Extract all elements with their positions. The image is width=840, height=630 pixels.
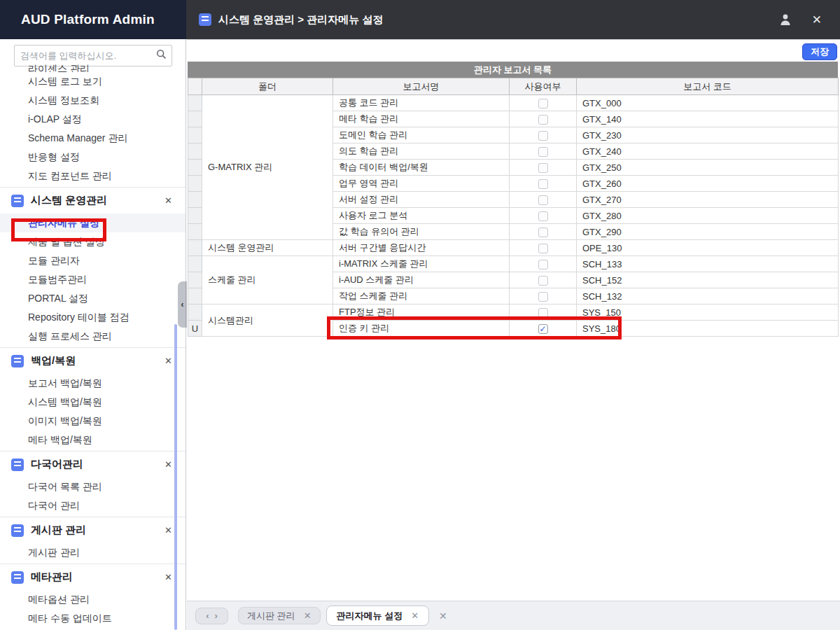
main-panel: 저장 관리자 보고서 목록 폴더 보고서명 사용여부 보고서 코드 G-MATR… — [187, 39, 840, 630]
tab-nav: ‹ › — [195, 608, 228, 624]
sidebar-item[interactable]: 다국어 관리 — [0, 496, 186, 515]
save-button[interactable]: 저장 — [802, 43, 837, 60]
row-marker-cell — [188, 176, 202, 192]
report-name-cell: 메타 학습 관리 — [333, 111, 510, 127]
report-code-cell: SCH_132 — [577, 288, 839, 304]
tab-nav-next-icon[interactable]: › — [215, 610, 218, 621]
app-title-text: AUD Platform Admin — [21, 12, 155, 27]
checkbox-unchecked[interactable] — [538, 276, 548, 286]
enabled-cell — [510, 321, 577, 337]
sidebar-item[interactable]: Repository 테이블 점검 — [0, 308, 186, 327]
sidebar-item-active[interactable]: 관리자메뉴 설정 — [0, 214, 186, 232]
sidebar-item[interactable]: 메타 백업/복원 — [0, 430, 186, 449]
report-name-cell: 의도 학습 관리 — [333, 144, 510, 160]
report-code-cell: GTX_260 — [577, 176, 839, 192]
sidebar-group-header[interactable]: 다국어관리✕ — [0, 451, 186, 477]
doc-icon — [11, 355, 24, 368]
sidebar-group-label: 게시판 관리 — [31, 524, 160, 537]
bottom-tabstrip: ‹ › 게시판 관리✕관리자메뉴 설정✕ ✕ — [187, 601, 840, 630]
sidebar-group-header[interactable]: 백업/복원✕ — [0, 347, 186, 374]
grid-header-report-name: 보고서명 — [333, 78, 510, 95]
checkbox-unchecked[interactable] — [538, 195, 548, 205]
sidebar-scrollbar-thumb[interactable] — [174, 324, 177, 630]
sidebar: 라이센스 관리시스템 로그 보기시스템 정보조회i-OLAP 설정Schema … — [0, 39, 186, 630]
row-marker-cell — [188, 224, 202, 240]
report-name-cell: 업무 영역 관리 — [333, 176, 510, 192]
checkbox-unchecked[interactable] — [538, 147, 548, 157]
user-icon[interactable] — [778, 13, 792, 27]
sidebar-item[interactable]: 실행 프로세스 관리 — [0, 327, 186, 346]
report-code-cell: SYS_180 — [577, 321, 839, 337]
sidebar-item[interactable]: 시스템 백업/복원 — [0, 393, 186, 412]
sidebar-item[interactable]: 모듈 관리자 — [0, 251, 186, 270]
row-marker-cell — [188, 304, 202, 321]
checkbox-unchecked[interactable] — [538, 227, 548, 237]
tabs-holder: 게시판 관리✕관리자메뉴 설정✕ — [238, 606, 435, 626]
report-name-cell: 서버 구간별 응답시간 — [333, 240, 510, 256]
sidebar-item[interactable]: 모듈범주관리 — [0, 270, 186, 289]
table-row[interactable]: 시스템관리FTP정보 관리SYS_150 — [188, 304, 839, 321]
tabstrip-close-icon[interactable]: ✕ — [439, 610, 447, 622]
sidebar-group-header[interactable]: 게시판 관리✕ — [0, 517, 186, 543]
chevron-left-icon: ‹ — [181, 300, 184, 309]
report-name-cell: 도메인 학습 관리 — [333, 127, 510, 144]
sidebar-item[interactable]: PORTAL 설정 — [0, 289, 186, 308]
sidebar-item[interactable]: 시스템 정보조회 — [0, 91, 186, 110]
checkbox-unchecked[interactable] — [538, 211, 548, 221]
row-marker-cell: U — [188, 321, 202, 337]
checkbox-unchecked[interactable] — [538, 292, 548, 302]
sidebar-item[interactable]: 다국어 목록 관리 — [0, 477, 186, 496]
tab-nav-prev-icon[interactable]: ‹ — [206, 610, 209, 621]
checkbox-unchecked[interactable] — [538, 131, 548, 141]
sidebar-item[interactable]: 메타 수동 업데이트 — [0, 609, 186, 628]
report-code-cell: GTX_000 — [577, 95, 839, 111]
checkbox-checked[interactable] — [538, 324, 548, 334]
tab-close-icon[interactable]: ✕ — [304, 610, 312, 621]
checkbox-unchecked[interactable] — [538, 260, 548, 270]
grid-header-enabled: 사용여부 — [510, 78, 577, 95]
row-marker-cell — [188, 240, 202, 256]
table-row[interactable]: 스케줄 관리i-MATRIX 스케줄 관리SCH_133 — [188, 256, 839, 272]
sidebar-item[interactable]: 게시판 관리 — [0, 543, 186, 562]
tab-active[interactable]: 관리자메뉴 설정✕ — [326, 606, 430, 626]
row-marker-cell — [188, 144, 202, 160]
sidebar-item[interactable]: 제품 별 옵션 설정 — [0, 232, 186, 251]
checkbox-unchecked[interactable] — [538, 244, 548, 253]
table-row[interactable]: G-MATRIX 관리공통 코드 관리GTX_000 — [188, 95, 839, 111]
checkbox-unchecked[interactable] — [538, 163, 548, 173]
sidebar-item[interactable]: 반응형 설정 — [0, 148, 186, 167]
checkbox-unchecked[interactable] — [538, 179, 548, 189]
sidebar-collapse-handle[interactable]: ‹ — [178, 281, 187, 328]
folder-cell: 시스템관리 — [202, 304, 333, 337]
row-marker-cell — [188, 256, 202, 272]
sidebar-group-header[interactable]: 메타관리✕ — [0, 564, 186, 590]
sidebar-item[interactable]: 이미지 백업/복원 — [0, 412, 186, 430]
report-code-cell: GTX_280 — [577, 208, 839, 224]
table-row[interactable]: 시스템 운영관리서버 구간별 응답시간OPE_130 — [188, 240, 839, 256]
enabled-cell — [510, 111, 577, 127]
sidebar-item[interactable]: 메타옵션 관리 — [0, 590, 186, 609]
report-code-cell: GTX_240 — [577, 144, 839, 160]
close-icon[interactable]: ✕ — [812, 13, 822, 27]
sidebar-item[interactable]: i-OLAP 설정 — [0, 110, 186, 129]
tab-inactive[interactable]: 게시판 관리✕ — [238, 607, 321, 624]
checkbox-unchecked[interactable] — [538, 99, 548, 108]
tab-close-icon[interactable]: ✕ — [411, 610, 419, 621]
enabled-cell — [510, 272, 577, 288]
sidebar-group-label: 백업/복원 — [31, 354, 160, 368]
row-marker-cell — [188, 192, 202, 208]
sidebar-item[interactable]: 보고서 백업/복원 — [0, 374, 186, 393]
sidebar-item[interactable]: 시스템 로그 보기 — [0, 72, 186, 91]
sidebar-item[interactable]: 지도 컴포넌트 관리 — [0, 167, 186, 186]
row-marker-cell — [188, 111, 202, 127]
sidebar-item[interactable]: Schema Manager 관리 — [0, 129, 186, 148]
report-name-cell: 값 학습 유의어 관리 — [333, 224, 510, 240]
sidebar-item[interactable]: 라이센스 관리 — [0, 59, 186, 72]
checkbox-unchecked[interactable] — [538, 115, 548, 125]
close-icon[interactable]: ✕ — [160, 195, 176, 206]
checkbox-unchecked[interactable] — [538, 308, 548, 318]
row-marker-cell — [188, 288, 202, 304]
doc-icon — [11, 195, 24, 207]
sidebar-group-header[interactable]: 시스템 운영관리✕ — [0, 187, 186, 214]
enabled-cell — [510, 176, 577, 192]
